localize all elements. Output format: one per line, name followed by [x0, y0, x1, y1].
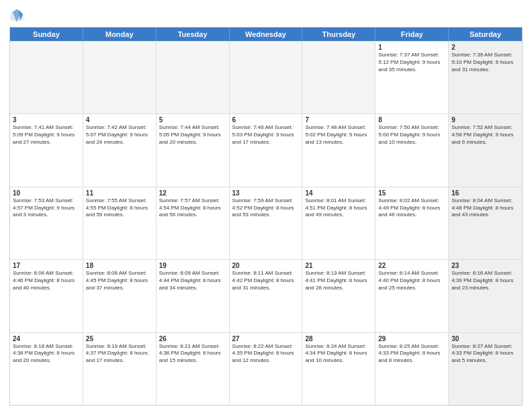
- cell-text: Sunrise: 7:59 AM Sunset: 4:52 PM Dayligh…: [232, 197, 300, 219]
- calendar-cell: 28Sunrise: 8:24 AM Sunset: 4:34 PM Dayli…: [302, 333, 375, 405]
- day-number: 15: [378, 189, 445, 197]
- weekday-header: Monday: [83, 28, 157, 41]
- cell-text: Sunrise: 7:57 AM Sunset: 4:54 PM Dayligh…: [159, 197, 226, 219]
- calendar-cell: 11Sunrise: 7:55 AM Sunset: 4:55 PM Dayli…: [83, 187, 157, 259]
- calendar-cell: 22Sunrise: 8:14 AM Sunset: 4:40 PM Dayli…: [375, 260, 449, 332]
- logo-icon: [9, 8, 24, 23]
- cell-text: Sunrise: 8:18 AM Sunset: 4:38 PM Dayligh…: [13, 343, 80, 365]
- calendar: SundayMondayTuesdayWednesdayThursdayFrid…: [9, 27, 523, 406]
- calendar-cell: 19Sunrise: 8:09 AM Sunset: 4:44 PM Dayli…: [157, 260, 230, 332]
- calendar-cell: 5Sunrise: 7:44 AM Sunset: 5:05 PM Daylig…: [157, 114, 230, 186]
- day-number: 19: [159, 262, 226, 269]
- cell-text: Sunrise: 8:11 AM Sunset: 4:42 PM Dayligh…: [232, 270, 300, 291]
- cell-text: Sunrise: 8:06 AM Sunset: 4:46 PM Dayligh…: [13, 270, 80, 291]
- day-number: 2: [451, 44, 519, 51]
- day-number: 26: [159, 335, 226, 342]
- weekday-header: Thursday: [302, 28, 375, 41]
- calendar-cell: [157, 42, 230, 113]
- day-number: 27: [232, 335, 300, 342]
- calendar-cell: 13Sunrise: 7:59 AM Sunset: 4:52 PM Dayli…: [230, 187, 303, 259]
- calendar-cell: 7Sunrise: 7:48 AM Sunset: 5:02 PM Daylig…: [302, 114, 375, 186]
- cell-text: Sunrise: 7:46 AM Sunset: 5:03 PM Dayligh…: [232, 124, 300, 146]
- cell-text: Sunrise: 8:22 AM Sunset: 4:35 PM Dayligh…: [232, 343, 300, 365]
- cell-text: Sunrise: 8:19 AM Sunset: 4:37 PM Dayligh…: [86, 343, 153, 365]
- day-number: 25: [86, 335, 153, 342]
- calendar-cell: 15Sunrise: 8:02 AM Sunset: 4:49 PM Dayli…: [375, 187, 449, 259]
- day-number: 22: [378, 262, 445, 269]
- cell-text: Sunrise: 8:27 AM Sunset: 4:33 PM Dayligh…: [451, 343, 519, 365]
- calendar-cell: 3Sunrise: 7:41 AM Sunset: 5:09 PM Daylig…: [10, 114, 83, 186]
- calendar-cell: 30Sunrise: 8:27 AM Sunset: 4:33 PM Dayli…: [449, 333, 522, 405]
- day-number: 18: [86, 262, 153, 269]
- weekday-header: Wednesday: [230, 28, 303, 41]
- calendar-cell: 29Sunrise: 8:25 AM Sunset: 4:33 PM Dayli…: [375, 333, 449, 405]
- calendar-cell: 25Sunrise: 8:19 AM Sunset: 4:37 PM Dayli…: [83, 333, 157, 405]
- calendar-cell: 20Sunrise: 8:11 AM Sunset: 4:42 PM Dayli…: [230, 260, 303, 332]
- calendar-cell: [83, 42, 157, 113]
- calendar-body: 1Sunrise: 7:37 AM Sunset: 5:12 PM Daylig…: [10, 41, 522, 405]
- calendar-cell: 8Sunrise: 7:50 AM Sunset: 5:00 PM Daylig…: [375, 114, 449, 186]
- day-number: 23: [451, 262, 519, 269]
- calendar-cell: 21Sunrise: 8:13 AM Sunset: 4:41 PM Dayli…: [302, 260, 375, 332]
- calendar-header: SundayMondayTuesdayWednesdayThursdayFrid…: [10, 28, 522, 41]
- cell-text: Sunrise: 7:37 AM Sunset: 5:12 PM Dayligh…: [378, 52, 445, 73]
- calendar-row: 17Sunrise: 8:06 AM Sunset: 4:46 PM Dayli…: [10, 259, 522, 332]
- cell-text: Sunrise: 7:44 AM Sunset: 5:05 PM Dayligh…: [159, 124, 226, 146]
- day-number: 13: [232, 189, 300, 197]
- calendar-cell: [302, 42, 375, 113]
- header: [9, 8, 523, 23]
- weekday-header: Friday: [375, 28, 449, 41]
- weekday-header: Sunday: [10, 28, 83, 41]
- cell-text: Sunrise: 7:53 AM Sunset: 4:57 PM Dayligh…: [13, 197, 80, 219]
- page: SundayMondayTuesdayWednesdayThursdayFrid…: [0, 0, 532, 411]
- calendar-cell: 4Sunrise: 7:42 AM Sunset: 5:07 PM Daylig…: [83, 114, 157, 186]
- day-number: 7: [305, 116, 372, 124]
- weekday-header: Tuesday: [157, 28, 230, 41]
- calendar-cell: 27Sunrise: 8:22 AM Sunset: 4:35 PM Dayli…: [230, 333, 303, 405]
- day-number: 3: [13, 116, 80, 124]
- cell-text: Sunrise: 8:14 AM Sunset: 4:40 PM Dayligh…: [378, 270, 445, 291]
- cell-text: Sunrise: 7:42 AM Sunset: 5:07 PM Dayligh…: [86, 124, 153, 146]
- day-number: 17: [13, 262, 80, 269]
- cell-text: Sunrise: 8:24 AM Sunset: 4:34 PM Dayligh…: [305, 343, 372, 365]
- cell-text: Sunrise: 7:50 AM Sunset: 5:00 PM Dayligh…: [378, 124, 445, 146]
- day-number: 30: [451, 335, 519, 342]
- calendar-cell: 18Sunrise: 8:08 AM Sunset: 4:45 PM Dayli…: [83, 260, 157, 332]
- day-number: 5: [159, 116, 226, 124]
- day-number: 10: [13, 189, 80, 197]
- cell-text: Sunrise: 8:13 AM Sunset: 4:41 PM Dayligh…: [305, 270, 372, 291]
- cell-text: Sunrise: 7:39 AM Sunset: 5:10 PM Dayligh…: [451, 52, 519, 73]
- calendar-cell: [230, 42, 303, 113]
- day-number: 6: [232, 116, 300, 124]
- cell-text: Sunrise: 7:41 AM Sunset: 5:09 PM Dayligh…: [13, 124, 80, 146]
- calendar-cell: 17Sunrise: 8:06 AM Sunset: 4:46 PM Dayli…: [10, 260, 83, 332]
- cell-text: Sunrise: 7:52 AM Sunset: 4:58 PM Dayligh…: [451, 124, 519, 146]
- calendar-cell: 6Sunrise: 7:46 AM Sunset: 5:03 PM Daylig…: [230, 114, 303, 186]
- calendar-cell: 1Sunrise: 7:37 AM Sunset: 5:12 PM Daylig…: [375, 42, 449, 113]
- day-number: 1: [378, 44, 445, 51]
- calendar-cell: 10Sunrise: 7:53 AM Sunset: 4:57 PM Dayli…: [10, 187, 83, 259]
- cell-text: Sunrise: 8:25 AM Sunset: 4:33 PM Dayligh…: [378, 343, 445, 365]
- calendar-row: 24Sunrise: 8:18 AM Sunset: 4:38 PM Dayli…: [10, 332, 522, 405]
- calendar-cell: 26Sunrise: 8:21 AM Sunset: 4:36 PM Dayli…: [157, 333, 230, 405]
- cell-text: Sunrise: 8:01 AM Sunset: 4:51 PM Dayligh…: [305, 197, 372, 219]
- day-number: 11: [86, 189, 153, 197]
- day-number: 4: [86, 116, 153, 124]
- calendar-cell: 12Sunrise: 7:57 AM Sunset: 4:54 PM Dayli…: [157, 187, 230, 259]
- cell-text: Sunrise: 8:21 AM Sunset: 4:36 PM Dayligh…: [159, 343, 226, 365]
- calendar-row: 10Sunrise: 7:53 AM Sunset: 4:57 PM Dayli…: [10, 187, 522, 259]
- cell-text: Sunrise: 8:08 AM Sunset: 4:45 PM Dayligh…: [86, 270, 153, 291]
- cell-text: Sunrise: 8:16 AM Sunset: 4:39 PM Dayligh…: [451, 270, 519, 291]
- cell-text: Sunrise: 8:02 AM Sunset: 4:49 PM Dayligh…: [378, 197, 445, 219]
- calendar-cell: 24Sunrise: 8:18 AM Sunset: 4:38 PM Dayli…: [10, 333, 83, 405]
- day-number: 29: [378, 335, 445, 342]
- day-number: 9: [451, 116, 519, 124]
- day-number: 20: [232, 262, 300, 269]
- cell-text: Sunrise: 8:04 AM Sunset: 4:48 PM Dayligh…: [451, 197, 519, 219]
- cell-text: Sunrise: 7:48 AM Sunset: 5:02 PM Dayligh…: [305, 124, 372, 146]
- calendar-cell: 16Sunrise: 8:04 AM Sunset: 4:48 PM Dayli…: [449, 187, 522, 259]
- weekday-header: Saturday: [449, 28, 522, 41]
- calendar-row: 1Sunrise: 7:37 AM Sunset: 5:12 PM Daylig…: [10, 41, 522, 113]
- calendar-cell: 23Sunrise: 8:16 AM Sunset: 4:39 PM Dayli…: [449, 260, 522, 332]
- day-number: 14: [305, 189, 372, 197]
